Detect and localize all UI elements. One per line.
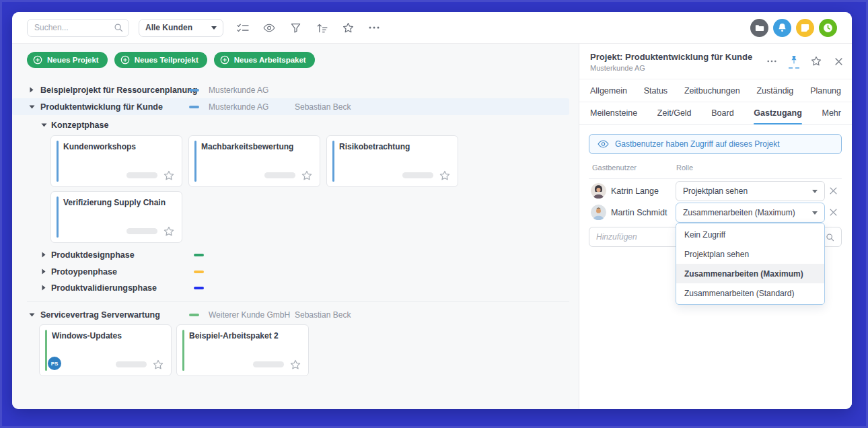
project-row[interactable]: Servicevertrag Serverwartung Weiterer Ku…: [12, 306, 569, 323]
status-dash: [189, 106, 199, 108]
star-icon[interactable]: [811, 56, 822, 67]
progress-pill: [253, 361, 284, 367]
project-tree-pane: Neues Projekt Neues Teilprojekt Neues Ar…: [12, 44, 579, 409]
close-icon[interactable]: [833, 56, 844, 67]
project-row[interactable]: Beispielprojekt für Ressourcenplanung Mu…: [12, 81, 569, 98]
customer-filter-dropdown[interactable]: Alle Kunden: [139, 19, 223, 37]
filter-icon[interactable]: [289, 22, 301, 34]
search-icon: [114, 23, 123, 32]
remove-guest-icon[interactable]: [830, 187, 838, 195]
plus-circle-icon: [33, 55, 42, 65]
status-dash: [194, 254, 204, 256]
customer-filter-value: Alle Kunden: [145, 23, 192, 32]
role-option-selected[interactable]: Zusammenarbeiten (Maximum): [676, 264, 824, 283]
remove-guest-icon[interactable]: [830, 209, 838, 217]
work-package-card[interactable]: Machbarkeitsbewertung: [188, 135, 320, 187]
star-icon[interactable]: [439, 170, 450, 181]
new-subproject-button[interactable]: Neues Teilprojekt: [114, 52, 207, 68]
tab-zeit-geld[interactable]: Zeit/Geld: [657, 102, 692, 124]
chevron-down-icon[interactable]: [29, 312, 36, 318]
search-input[interactable]: [34, 23, 114, 32]
chevron-down-icon: [812, 190, 818, 193]
tab-status[interactable]: Status: [644, 79, 667, 102]
phase-row[interactable]: Konzeptphase: [12, 116, 569, 133]
search-box[interactable]: [27, 19, 129, 37]
role-select-open[interactable]: Zusammenarbeiten (Maximum): [676, 203, 825, 223]
work-package-card[interactable]: Beispiel-Arbeitspaket 2: [176, 324, 309, 376]
card-accent: [57, 197, 59, 238]
new-work-package-button[interactable]: Neues Arbeitspaket: [214, 52, 315, 68]
quick-actions: [750, 19, 837, 37]
work-package-card[interactable]: Risikobetrachtung: [326, 135, 458, 187]
work-package-card[interactable]: Verifizierung Supply Chain: [50, 191, 182, 243]
role-value: Projektplan sehen: [683, 186, 748, 196]
progress-pill: [126, 172, 157, 178]
work-package-card[interactable]: Windows-Updates PS: [39, 324, 172, 376]
project-name: Beispielprojekt für Ressourcenplanung: [40, 85, 197, 95]
role-select[interactable]: Projektplan sehen: [676, 181, 825, 201]
tab-mehr[interactable]: Mehr: [822, 102, 841, 124]
eye-icon[interactable]: [263, 22, 275, 34]
phase-row[interactable]: Produktvalidierungsphase: [12, 279, 569, 296]
phase-row[interactable]: Protoypenphase: [12, 263, 569, 280]
star-icon[interactable]: [290, 359, 301, 370]
role-option[interactable]: Zusammenarbeiten (Standard): [676, 283, 824, 303]
star-icon[interactable]: [164, 170, 174, 181]
avatar: [591, 183, 606, 199]
avatar: [591, 205, 606, 220]
chevron-right-icon[interactable]: [42, 269, 48, 275]
more-icon[interactable]: [368, 22, 380, 34]
tab-zeitbuchungen[interactable]: Zeitbuchungen: [684, 79, 740, 102]
topbar: Alle Kunden: [12, 12, 852, 43]
work-package-card[interactable]: Kundenworkshops: [50, 135, 182, 187]
role-value: Zusammenarbeiten (Maximum): [683, 208, 795, 217]
star-icon[interactable]: [342, 22, 354, 34]
sort-ascending-icon[interactable]: [316, 22, 328, 34]
pin-icon[interactable]: [789, 55, 799, 69]
chevron-right-icon[interactable]: [42, 285, 48, 291]
star-icon[interactable]: [164, 226, 174, 237]
work-package-title: Risikobetrachtung: [339, 142, 410, 151]
note-icon[interactable]: [796, 19, 814, 37]
task-list-icon[interactable]: [237, 22, 249, 34]
customer-name: Musterkunde AG: [209, 102, 268, 112]
bell-icon[interactable]: [773, 19, 791, 37]
guest-access-banner: Gastbenutzer haben Zugriff auf dieses Pr…: [589, 134, 842, 154]
chevron-down-icon[interactable]: [41, 122, 48, 129]
tab-allgemein[interactable]: Allgemein: [590, 79, 627, 102]
star-icon[interactable]: [301, 170, 312, 181]
tab-zustaendig[interactable]: Zuständig: [756, 79, 793, 102]
guest-row: Katrin Lange Projektplan sehen: [579, 180, 852, 202]
role-option[interactable]: Projektplan sehen: [676, 244, 824, 264]
chevron-down-icon[interactable]: [29, 104, 36, 110]
clock-icon[interactable]: [819, 19, 837, 37]
project-name: Servicevertrag Serverwartung: [40, 310, 160, 320]
role-dropdown-menu: Kein Zugriff Projektplan sehen Zusammena…: [676, 223, 825, 305]
tab-planung[interactable]: Planung: [810, 79, 841, 102]
phase-row[interactable]: Produktdesignphase: [12, 246, 569, 263]
folder-icon[interactable]: [750, 19, 768, 37]
customer-name: Musterkunde AG: [209, 85, 268, 95]
owner-name: Sebastian Beck: [295, 310, 351, 320]
phase-name: Protoypenphase: [51, 267, 117, 277]
card-accent: [182, 330, 184, 371]
owner-name: Sebastian Beck: [295, 102, 351, 112]
chevron-right-icon[interactable]: [42, 252, 48, 258]
tab-board[interactable]: Board: [711, 102, 733, 124]
table-divider: [589, 178, 842, 179]
app-window: Alle Kunden: [12, 12, 852, 409]
progress-pill: [264, 172, 295, 178]
new-project-button[interactable]: Neues Projekt: [27, 52, 108, 68]
tab-meilensteine[interactable]: Meilensteine: [590, 102, 637, 124]
search-icon: [826, 233, 834, 242]
more-icon[interactable]: [766, 56, 777, 67]
guest-name: Martin Schmidt: [611, 208, 667, 217]
tab-gastzugang[interactable]: Gastzugang: [754, 102, 802, 124]
eye-icon: [598, 140, 609, 148]
chevron-right-icon[interactable]: [30, 87, 36, 94]
detail-subtitle: Musterkunde AG: [590, 64, 645, 72]
project-row[interactable]: Produktentwicklung für Kunde Musterkunde…: [12, 98, 569, 115]
role-option[interactable]: Kein Zugriff: [676, 225, 824, 244]
star-icon[interactable]: [153, 359, 164, 370]
detail-title: Projekt: Produktentwicklung für Kunde: [590, 52, 752, 62]
